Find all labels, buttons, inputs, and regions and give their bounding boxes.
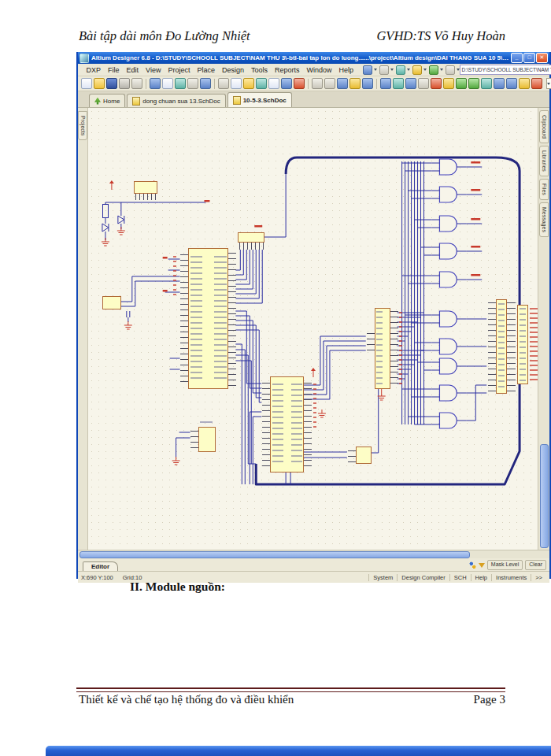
grid-dropdown-icon[interactable]	[445, 65, 460, 75]
menu-edit[interactable]: Edit	[123, 66, 142, 74]
panel-tab-projects[interactable]: Projects	[78, 111, 87, 140]
menu-reports[interactable]: Reports	[271, 66, 303, 74]
minimize-button-icon[interactable]: _	[511, 53, 523, 63]
panel-tab-files[interactable]: Files	[539, 179, 549, 200]
decoder-pins-right	[390, 311, 398, 387]
arrow-dropdown-icon[interactable]	[395, 65, 410, 75]
browse-icon[interactable]	[519, 78, 530, 89]
connector-2-numbers	[520, 308, 526, 382]
address-value: D:\STUDY\SCHOOLL SUBJECT\NAM T\-	[462, 67, 551, 72]
net-label-icon[interactable]	[405, 78, 416, 89]
panel-tab-libraries[interactable]: Libraries	[539, 146, 549, 176]
sheet-dropdown-icon[interactable]	[379, 65, 394, 75]
cross-probe-icon[interactable]	[200, 78, 211, 89]
zoom-window-icon[interactable]	[162, 78, 173, 89]
mask-level-button[interactable]: Mask Level	[487, 560, 523, 570]
tab-schdoc-2-active[interactable]: 10-5-3.SchDoc	[227, 92, 292, 107]
mcu-pins-left	[180, 254, 188, 385]
run-icon[interactable]	[468, 78, 479, 89]
panel-button-sch[interactable]: SCH	[449, 574, 471, 581]
net-dropdown-icon[interactable]	[428, 65, 443, 75]
filter-icon[interactable]	[349, 78, 361, 89]
redo-icon[interactable]	[324, 78, 335, 89]
panel-button-help[interactable]: Help	[471, 574, 491, 581]
panel-tab-messages[interactable]: Messages	[539, 202, 549, 237]
cut-icon[interactable]	[218, 78, 229, 89]
menu-place[interactable]: Place	[194, 66, 219, 74]
filter-funnel-icon[interactable]	[479, 563, 485, 568]
document-page: Bài tập dài môn Đo Lường Nhiệt GVHD:TS V…	[0, 0, 551, 756]
save-icon[interactable]	[106, 78, 117, 89]
doc-header: Bài tập dài môn Đo Lường Nhiệt GVHD:TS V…	[79, 28, 505, 44]
schematic-canvas[interactable]	[88, 108, 538, 550]
adc-pin-numbers	[313, 384, 316, 429]
zoom-fit-icon[interactable]	[175, 78, 186, 89]
schematic-wires	[88, 108, 538, 550]
clear-selection-icon[interactable]	[294, 78, 305, 89]
open-icon[interactable]	[94, 78, 105, 89]
move-icon[interactable]	[281, 78, 292, 89]
vertical-scrollbar[interactable]	[540, 444, 549, 548]
color-dropdown-icon[interactable]	[362, 65, 377, 75]
wire-icon[interactable]	[362, 78, 373, 89]
menu-dxp[interactable]: DXP	[83, 66, 105, 74]
highlight-dots-icon[interactable]	[469, 561, 476, 569]
scale-combo[interactable]	[546, 78, 551, 89]
copy-icon[interactable]	[231, 78, 242, 89]
panel-button-more[interactable]: >>	[531, 574, 546, 581]
menu-project[interactable]: Project	[165, 66, 194, 74]
port-icon[interactable]	[418, 78, 429, 89]
panel-button-design-compiler[interactable]: Design Compiler	[397, 574, 449, 581]
maximize-button-icon[interactable]: □	[523, 53, 535, 63]
menu-window[interactable]: Window	[303, 66, 335, 74]
mcu-pins-right	[228, 253, 236, 387]
address-input[interactable]: D:\STUDY\SCHOOLL SUBJECT\NAM T\-	[460, 65, 551, 75]
header-connector[interactable]	[238, 232, 264, 243]
footer-divider	[76, 687, 505, 692]
sync-icon[interactable]	[494, 78, 505, 89]
tab-schdoc-2-label: 10-5-3.SchDoc	[243, 97, 287, 104]
paste-icon[interactable]	[243, 78, 254, 89]
horizontal-scrollbar[interactable]	[78, 550, 549, 558]
menu-view[interactable]: View	[142, 66, 165, 74]
panel-tab-clipboard[interactable]: Clipboard	[539, 110, 549, 143]
bus-icon[interactable]	[380, 78, 391, 89]
delete-icon[interactable]	[531, 78, 542, 89]
title-bar[interactable]: Altium Designer 6.8 - D:\STUDY\SCHOOLL S…	[78, 52, 549, 64]
hscroll-thumb[interactable]	[80, 551, 470, 558]
schdoc-icon	[132, 97, 140, 106]
print-icon[interactable]	[119, 78, 130, 89]
menu-file[interactable]: File	[105, 66, 124, 74]
clear-button[interactable]: Clear	[525, 560, 546, 570]
select-icon[interactable]	[256, 78, 267, 89]
editor-tab[interactable]: Editor	[83, 561, 118, 571]
panel-button-system[interactable]: System	[368, 574, 397, 581]
tab-home[interactable]: Home	[89, 94, 125, 107]
rubber-stamp-icon[interactable]	[268, 78, 279, 89]
annotate-icon[interactable]	[481, 78, 492, 89]
pin-dropdown-icon[interactable]	[412, 65, 427, 75]
tab-schdoc-1[interactable]: dong chuan sua 13.SchDoc	[127, 94, 225, 107]
compile-icon[interactable]	[456, 78, 467, 89]
part-icon[interactable]	[393, 78, 404, 89]
menu-design[interactable]: Design	[218, 66, 247, 74]
undo-icon[interactable]	[312, 78, 323, 89]
zoom-area-icon[interactable]	[187, 78, 198, 89]
junction-icon[interactable]	[443, 78, 454, 89]
navigate-icon[interactable]	[337, 78, 348, 89]
power-module[interactable]	[134, 181, 157, 194]
resistor[interactable]	[102, 204, 109, 218]
rtc-ic[interactable]	[198, 427, 216, 452]
new-document-icon[interactable]	[81, 78, 92, 89]
power-port-icon[interactable]	[431, 78, 442, 89]
menu-tools[interactable]: Tools	[247, 66, 271, 74]
close-button-icon[interactable]: ✕	[536, 53, 548, 63]
print-preview-icon[interactable]	[131, 78, 142, 89]
aux-ic[interactable]	[356, 447, 372, 464]
report-icon[interactable]	[506, 78, 517, 89]
open-project-icon[interactable]	[150, 78, 161, 89]
menu-help[interactable]: Help	[335, 66, 357, 74]
panel-button-instruments[interactable]: Instruments	[491, 574, 531, 581]
decoder-pin-numbers	[399, 312, 402, 384]
crystal[interactable]	[102, 296, 121, 309]
